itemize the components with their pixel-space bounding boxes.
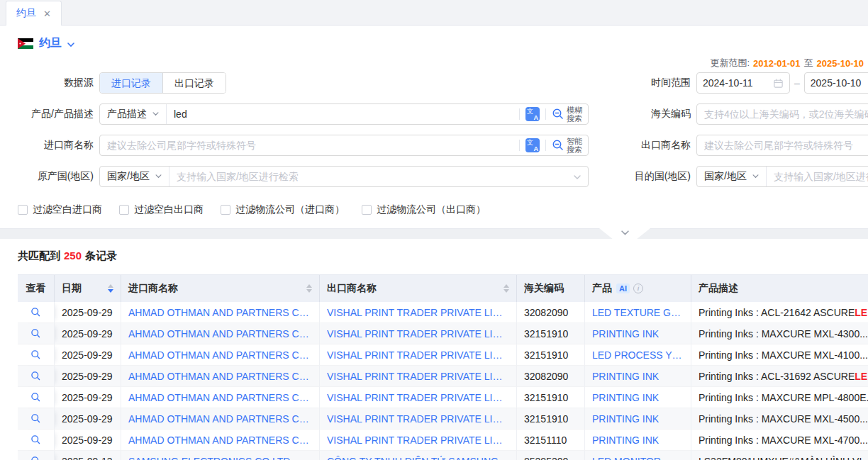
translate-icon[interactable]: 文A — [525, 107, 540, 121]
product-cell: LED PROCESS YELLOW... — [585, 344, 691, 366]
collapse-panel-handle[interactable] — [599, 228, 650, 239]
checkbox-icon[interactable] — [18, 205, 28, 215]
exporter-link[interactable]: VISHAL PRINT TRADER PRIVATE LIMITED — [327, 392, 509, 403]
product-cell: PRINTING INK — [585, 366, 691, 387]
date-cell: 2025-09-13 — [55, 451, 121, 460]
product-link[interactable]: PRINTING INK — [592, 434, 659, 446]
fuzzy-search-icon[interactable] — [552, 108, 564, 120]
dest-country-select-value: 国家/地区 — [704, 170, 747, 183]
hs-code-cell: 32082090 — [517, 366, 585, 387]
datasource-export-option[interactable]: 出口记录 — [162, 73, 226, 93]
time-range-end-input[interactable]: 2025-10-10 — [804, 72, 868, 94]
importer-link[interactable]: AHMAD OTHMAN AND PARTNERS COMPA... — [128, 434, 312, 446]
exporter-input[interactable] — [697, 135, 868, 155]
view-detail-button[interactable] — [30, 392, 41, 403]
exporter-link[interactable]: VISHAL PRINT TRADER PRIVATE LIMITED — [327, 328, 509, 340]
exporter-cell: VISHAL PRINT TRADER PRIVATE LIMITED — [320, 302, 517, 323]
header-importer[interactable]: 进口商名称 — [121, 275, 320, 302]
importer-link[interactable]: AHMAD OTHMAN AND PARTNERS COMPA... — [128, 371, 312, 382]
update-range-to: 2025-10-10 — [817, 58, 864, 69]
view-detail-button[interactable] — [30, 371, 41, 381]
checkbox-icon[interactable] — [119, 205, 129, 215]
product-link[interactable]: PRINTING INK — [592, 328, 659, 340]
chevron-down-icon[interactable] — [574, 171, 588, 182]
view-detail-button[interactable] — [30, 413, 41, 424]
origin-country-select[interactable]: 国家/地区 — [100, 167, 169, 186]
importer-label: 进口商名称 — [0, 139, 99, 152]
exporter-link[interactable]: VISHAL PRINT TRADER PRIVATE LIMITED — [327, 413, 509, 425]
filter-checkbox-0[interactable]: 过滤空白进口商 — [18, 203, 102, 216]
description-cell: Printing Inks : MAXCURE MXL-4100... — [691, 344, 868, 366]
importer-link[interactable]: AHMAD OTHMAN AND PARTNERS COMPA... — [128, 328, 312, 340]
product-link[interactable]: LED TEXTURE GLOSS ... — [592, 307, 684, 318]
view-detail-button[interactable] — [30, 456, 41, 460]
keyword-highlight: LE — [855, 371, 867, 382]
info-icon[interactable]: i — [633, 284, 643, 293]
description-cell: Printing Inks : MAXCURE MXL-4300... — [691, 323, 868, 344]
view-detail-button[interactable] — [30, 434, 41, 445]
dest-country-select[interactable]: 国家/地区 — [697, 167, 767, 186]
form-row-product: 产品/产品描述 产品描述 文A 模糊搜索 海关 — [0, 103, 868, 125]
hs-code-cell: 32151910 — [517, 408, 585, 430]
filter-checkbox-1[interactable]: 过滤空白出口商 — [119, 203, 204, 216]
product-link[interactable]: PRINTING INK — [592, 413, 659, 425]
smart-search-icon[interactable] — [552, 139, 564, 152]
form-row-datasource: 数据源 进口记录 出口记录 时间范围 2024-10-11 – 2025-10-… — [0, 72, 868, 94]
importer-link[interactable]: AHMAD OTHMAN AND PARTNERS COMPA... — [128, 413, 312, 425]
product-link[interactable]: PRINTING INK — [592, 392, 659, 403]
checkbox-icon[interactable] — [362, 205, 372, 215]
results-summary: 共匹配到 250 条记录 — [0, 249, 868, 263]
origin-country-input[interactable] — [169, 167, 574, 186]
product-link[interactable]: LED PROCESS YELLOW... — [592, 349, 684, 361]
exporter-link[interactable]: VISHAL PRINT TRADER PRIVATE LIMITED — [327, 307, 509, 318]
importer-cell: AHMAD OTHMAN AND PARTNERS COMPA... — [121, 408, 320, 430]
checkbox-label: 过滤空白进口商 — [33, 203, 102, 216]
header-view: 查看 — [18, 275, 55, 302]
importer-cell: AHMAD OTHMAN AND PARTNERS COMPA... — [121, 344, 320, 366]
exporter-link[interactable]: CÔNG TY TNHH ĐIỆN TỬ SAMSUNG HCMC... — [327, 456, 509, 460]
view-detail-button[interactable] — [30, 328, 41, 339]
filter-checkbox-3[interactable]: 过滤物流公司（出口商） — [362, 203, 486, 216]
translate-icon[interactable]: 文A — [525, 138, 540, 152]
filter-checkbox-2[interactable]: 过滤物流公司（进口商） — [221, 203, 345, 216]
sort-date-icon[interactable] — [108, 284, 113, 293]
smart-search-label[interactable]: 智能搜索 — [567, 137, 582, 154]
product-link[interactable]: PRINTING INK — [592, 371, 659, 382]
view-cell — [18, 366, 55, 387]
time-range-start-input[interactable]: 2024-10-11 — [696, 72, 790, 94]
hs-code-input[interactable] — [697, 104, 868, 124]
importer-link[interactable]: AHMAD OTHMAN AND PARTNERS COMPA... — [128, 307, 312, 318]
fuzzy-search-label[interactable]: 模糊搜索 — [567, 106, 582, 123]
dest-country-label: 目的国(地区) — [589, 170, 696, 183]
header-exporter[interactable]: 出口商名称 — [320, 275, 517, 302]
datasource-import-option[interactable]: 进口记录 — [100, 73, 162, 93]
chevron-down-icon[interactable] — [67, 38, 74, 50]
importer-link[interactable]: AHMAD OTHMAN AND PARTNERS COMPA... — [128, 392, 312, 403]
filter-checkbox-row: 过滤空白进口商过滤空白出口商过滤物流公司（进口商）过滤物流公司（出口商） — [0, 203, 868, 217]
importer-input[interactable] — [100, 135, 513, 155]
product-search-box: 产品描述 文A 模糊搜索 — [99, 103, 589, 125]
product-search-input[interactable] — [167, 104, 513, 124]
exporter-link[interactable]: VISHAL PRINT TRADER PRIVATE LIMITED — [327, 434, 509, 446]
header-date[interactable]: 日期 — [55, 275, 121, 302]
product-type-select[interactable]: 产品描述 — [100, 104, 167, 124]
sort-exporter-icon[interactable] — [503, 284, 509, 293]
view-detail-button[interactable] — [30, 307, 41, 318]
view-detail-button[interactable] — [30, 349, 41, 360]
product-link[interactable]: LED MONITOR — [592, 456, 661, 460]
tab-close-icon[interactable]: ✕ — [43, 9, 51, 19]
checkbox-icon[interactable] — [221, 205, 230, 215]
summary-prefix: 共匹配到 — [18, 249, 60, 263]
dest-country-input[interactable] — [767, 167, 868, 186]
sort-importer-icon[interactable] — [306, 284, 312, 293]
exporter-link[interactable]: VISHAL PRINT TRADER PRIVATE LIMITED — [327, 349, 509, 361]
country-name[interactable]: 约旦 — [39, 36, 62, 51]
view-cell — [18, 408, 55, 430]
importer-link[interactable]: AHMAD OTHMAN AND PARTNERS COMPA... — [128, 349, 312, 361]
tab-jordan[interactable]: 约旦 ✕ — [6, 1, 62, 26]
exporter-label: 出口商名称 — [589, 139, 696, 152]
results-table: 查看 日期 进口商名称 出口商名称 海关编码 产品 AI i 产品描述 — [18, 274, 868, 460]
exporter-cell: VISHAL PRINT TRADER PRIVATE LIMITED — [320, 387, 517, 408]
exporter-link[interactable]: VISHAL PRINT TRADER PRIVATE LIMITED — [327, 371, 509, 382]
importer-link[interactable]: SAMSUNG ELECTRONICS CO LTD — [128, 456, 290, 460]
